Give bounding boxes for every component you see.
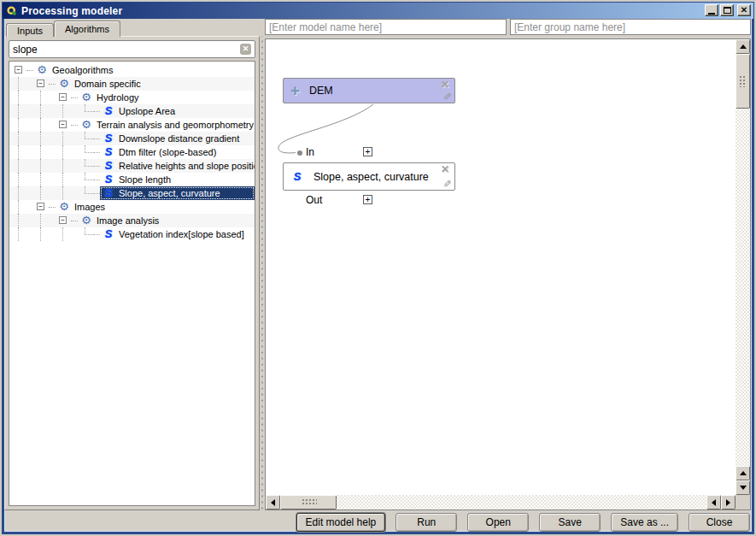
tree-guide-line (37, 173, 59, 186)
tree-item-downslope-distance-gradient[interactable]: SDownslope distance gradient (9, 132, 255, 145)
scroll-left-button-right[interactable] (706, 495, 721, 509)
collapse-toggle-icon[interactable]: − (59, 216, 67, 224)
connection-curve (266, 39, 737, 497)
tree-item-content[interactable]: ⚙Domain specific (56, 77, 255, 91)
search-input[interactable] (13, 44, 240, 56)
model-canvas[interactable]: ✚ DEM ✕ ✎ In + S Slope, aspect, curvatur… (265, 38, 751, 510)
collapse-toggle-icon[interactable]: − (59, 121, 67, 128)
maximize-button[interactable] (720, 4, 734, 16)
model-input-node-dem[interactable]: ✚ DEM ✕ ✎ (283, 78, 455, 103)
scroll-left-button[interactable] (266, 495, 280, 509)
clear-search-icon[interactable]: ✕ (240, 44, 251, 55)
tree-guide-line (59, 145, 81, 159)
edit-node-icon[interactable]: ✎ (441, 180, 453, 188)
tree-item-slope-aspect-curvature[interactable]: SSlope, aspect, curvature (9, 186, 255, 200)
tab-inputs[interactable]: Inputs (6, 23, 54, 37)
tree-guide-line (37, 186, 59, 200)
tree-connector-line (93, 193, 100, 194)
expand-slot: − (59, 118, 71, 132)
algorithm-tree: −⚙Geoalgorithms−⚙Domain specific−⚙Hydrol… (9, 61, 255, 506)
tab-algorithms[interactable]: Algorithms (54, 21, 120, 37)
in-port-expand-button[interactable]: + (363, 147, 372, 156)
arrow-up-icon (740, 471, 747, 475)
algorithm-node-slope-aspect-curvature[interactable]: S Slope, aspect, curvature ✕ ✎ (283, 162, 455, 191)
save-as-button[interactable]: Save as ... (611, 513, 678, 532)
scroll-down-button[interactable] (735, 480, 750, 495)
tree-item-content[interactable]: ⚙Hydrology (78, 91, 255, 104)
tree-item-domain-specific[interactable]: −⚙Domain specific (9, 77, 255, 91)
scroll-up-button-bottom[interactable] (735, 466, 750, 480)
minimize-button[interactable] (705, 4, 718, 16)
tree-guide-line (37, 145, 59, 159)
tree-connector-line (93, 111, 100, 112)
tree-connector-line (26, 70, 33, 71)
tree-item-vegetation-index-slope-based[interactable]: SVegetation index[slope based] (9, 227, 255, 241)
open-button[interactable]: Open (467, 513, 529, 532)
collapse-toggle-icon[interactable]: − (15, 66, 22, 74)
horizontal-scroll-thumb[interactable] (280, 495, 337, 509)
tree-guide-line (59, 173, 81, 186)
tree-item-content[interactable]: SSlope length (100, 173, 255, 186)
edit-model-help-button[interactable]: Edit model help (296, 513, 386, 532)
canvas-horizontal-scrollbar[interactable] (266, 495, 735, 509)
tree-item-upslope-area[interactable]: SUpslope Area (9, 104, 255, 118)
save-button[interactable]: Save (539, 513, 601, 532)
canvas-vertical-scrollbar[interactable] (735, 39, 750, 495)
delete-node-icon[interactable]: ✕ (441, 163, 449, 175)
tree-connector-line (93, 180, 100, 180)
tree-item-content[interactable]: ⚙Images (56, 200, 255, 214)
close-button[interactable]: ✕ (737, 4, 751, 16)
tree-item-terrain-analysis-and-geomorphometry[interactable]: −⚙Terrain analysis and geomorphometry (9, 118, 255, 132)
tree-guide-line (15, 104, 37, 118)
collapse-toggle-icon[interactable]: − (37, 80, 44, 87)
tree-item-dtm-filter-slope-based[interactable]: SDtm filter (slope-based) (9, 145, 255, 159)
tree-item-label: Image analysis (97, 215, 159, 226)
processing-modeler-window: Processing modeler ✕ Inputs Algorithms ✕… (0, 0, 756, 536)
group-name-input[interactable] (510, 19, 751, 35)
edit-node-icon[interactable]: ✎ (441, 92, 453, 101)
tree-item-content[interactable]: SSlope, aspect, curvature (100, 186, 255, 200)
tree-item-content[interactable]: SRelative heights and slope positions (100, 159, 255, 173)
title-bar[interactable]: Processing modeler ✕ (3, 3, 753, 19)
algorithms-panel: ✕ −⚙Geoalgorithms−⚙Domain specific−⚙Hydr… (4, 36, 260, 510)
tree-item-images[interactable]: −⚙Images (9, 200, 255, 214)
tree-guide-line (15, 91, 37, 104)
collapse-toggle-icon[interactable]: − (37, 203, 44, 210)
delete-node-icon[interactable]: ✕ (441, 79, 449, 91)
tree-item-content[interactable]: ⚙Geoalgorithms (33, 63, 255, 77)
tree-item-geoalgorithms[interactable]: −⚙Geoalgorithms (9, 63, 255, 77)
tree-item-content[interactable]: SDtm filter (slope-based) (100, 145, 255, 159)
saga-algorithm-icon: S (102, 133, 115, 144)
tree-item-relative-heights-and-slope-positions[interactable]: SRelative heights and slope positions (9, 159, 255, 173)
tree-connector-line (71, 97, 78, 98)
scroll-right-button[interactable] (721, 495, 735, 509)
tree-item-label: Vegetation index[slope based] (119, 229, 244, 239)
arrow-left-icon (271, 499, 275, 506)
tree-guide-line (37, 214, 59, 227)
vertical-scroll-thumb[interactable] (735, 54, 750, 109)
gear-icon: ⚙ (35, 64, 49, 76)
gear-icon: ⚙ (57, 78, 71, 90)
collapse-toggle-icon[interactable]: − (59, 93, 67, 101)
tree-item-content[interactable]: SVegetation index[slope based] (100, 227, 255, 241)
run-button[interactable]: Run (396, 513, 457, 532)
tree-guide-line (15, 77, 37, 91)
close-button[interactable]: Close (689, 513, 750, 532)
tree-item-image-analysis[interactable]: −⚙Image analysis (9, 214, 255, 227)
tree-item-label: Domain specific (74, 79, 141, 89)
out-port-expand-button[interactable]: + (363, 195, 372, 204)
tree-item-hydrology[interactable]: −⚙Hydrology (9, 91, 255, 104)
tree-item-content[interactable]: ⚙Image analysis (78, 214, 255, 227)
saga-algorithm-icon: S (102, 187, 115, 199)
tree-item-content[interactable]: SDownslope distance gradient (100, 132, 255, 145)
tree-item-content[interactable]: SUpslope Area (100, 104, 255, 118)
left-tab-bar: Inputs Algorithms (6, 21, 120, 37)
tree-item-content[interactable]: ⚙Terrain analysis and geomorphometry (78, 118, 255, 132)
model-name-input[interactable] (265, 19, 507, 35)
scroll-up-button[interactable] (735, 39, 750, 54)
tree-guide-line (15, 200, 37, 214)
tree-item-label: Images (74, 202, 105, 212)
tree-item-slope-length[interactable]: SSlope length (9, 173, 255, 186)
tree-leaf-connector (81, 227, 93, 241)
expand-slot: − (37, 200, 49, 214)
